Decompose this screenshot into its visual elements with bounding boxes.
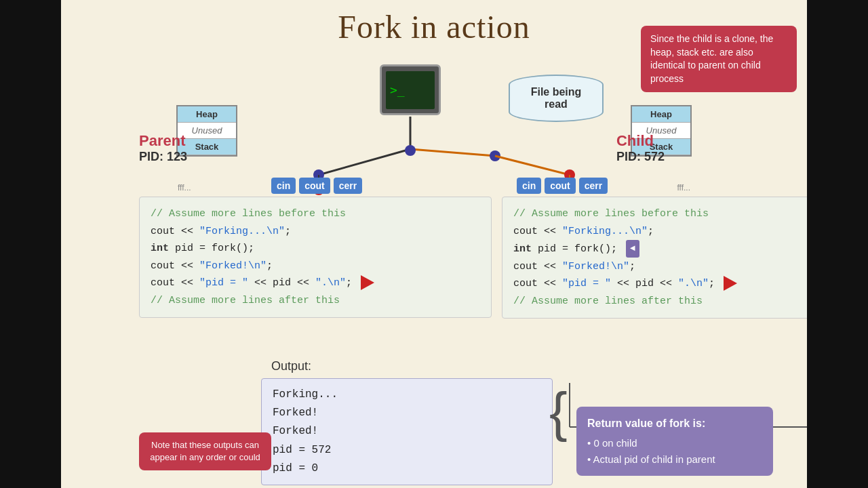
terminal-screen: >_ <box>386 71 435 109</box>
bottom-callout-text: Note that these outputs can appear in an… <box>150 440 260 462</box>
parent-code-block: // Assume more lines before this cout <<… <box>139 197 492 318</box>
svg-point-5 <box>405 145 416 156</box>
return-point-1: • 0 on child <box>587 435 762 451</box>
output-line-1: Forking... <box>273 386 541 404</box>
child-name: Child <box>616 132 665 150</box>
parent-heap-row: Heap <box>178 106 236 123</box>
svg-line-6 <box>495 156 570 175</box>
child-comment1: // Assume more lines before this <box>513 205 807 223</box>
child-cin-badge: cin <box>517 178 541 194</box>
return-point-2: • Actual pid of child in parent <box>587 451 762 468</box>
return-value-callout: Return value of fork is: • 0 on child • … <box>576 407 773 476</box>
terminal-icon: >_ <box>380 64 441 115</box>
output-line-5: pid = 0 <box>273 460 541 478</box>
svg-line-3 <box>410 149 495 156</box>
parent-line4: cout << "pid = " << pid << ".\n"; <box>151 274 480 292</box>
output-line-3: Forked! <box>273 422 541 441</box>
curly-brace: { <box>549 385 568 439</box>
output-label: Output: <box>271 359 311 373</box>
parent-line3: cout << "Forked!\n"; <box>151 258 480 275</box>
output-line-2: Forked! <box>273 404 541 422</box>
child-cout-badge: cout <box>545 178 576 194</box>
parent-cout-badge: cout <box>299 178 330 194</box>
file-being-read-box: File beingread <box>509 75 604 122</box>
child-code-block: // Assume more lines before this cout <<… <box>502 197 807 319</box>
child-pid: PID: 572 <box>616 150 665 164</box>
black-bar-left <box>0 0 61 488</box>
child-label: Child PID: 572 <box>616 132 665 164</box>
parent-cin-badge: cin <box>271 178 296 194</box>
parent-stream-badges: cin cout cerr <box>271 178 362 194</box>
parent-label: Parent PID: 123 <box>139 132 187 164</box>
parent-cerr-badge: cerr <box>334 178 362 194</box>
top-right-callout: Since the child is a clone, the heap, st… <box>641 26 797 92</box>
parent-comment2: // Assume more lines after this <box>151 292 480 310</box>
child-line1: cout << "Forking...\n"; <box>513 223 807 241</box>
svg-point-4 <box>490 150 500 161</box>
output-box: Forking... Forked! Forked! pid = 572 pid… <box>261 378 553 485</box>
parent-line2: int pid = fork(); <box>151 240 480 258</box>
svg-line-1 <box>319 149 410 175</box>
parent-comment1: // Assume more lines before this <box>151 205 480 223</box>
addr-bottom-left: fff... <box>178 183 191 192</box>
child-line3: cout << "Forked!\n"; <box>513 258 807 276</box>
child-line4: cout << "pid = " << pid << ".\n"; <box>513 275 807 293</box>
parent-line1: cout << "Forking...\n"; <box>151 223 480 241</box>
addr-bottom-right: fff... <box>677 183 690 192</box>
slide: Fork in action Since the child is a clon… <box>61 0 807 488</box>
output-line-4: pid = 572 <box>273 441 541 460</box>
child-cerr-badge: cerr <box>579 178 608 194</box>
child-comment2: // Assume more lines after this <box>513 293 807 310</box>
black-bar-right <box>807 0 868 488</box>
parent-pid: PID: 123 <box>139 150 187 164</box>
child-heap-row: Heap <box>632 106 690 123</box>
terminal-prompt: >_ <box>390 83 405 97</box>
bottom-left-callout: Note that these outputs can appear in an… <box>139 432 271 470</box>
return-callout-title: Return value of fork is: <box>587 415 762 432</box>
parent-name: Parent <box>139 132 187 150</box>
child-stream-badges: cin cout cerr <box>517 178 608 194</box>
child-line2: int pid = fork(); ◄ <box>513 240 807 258</box>
